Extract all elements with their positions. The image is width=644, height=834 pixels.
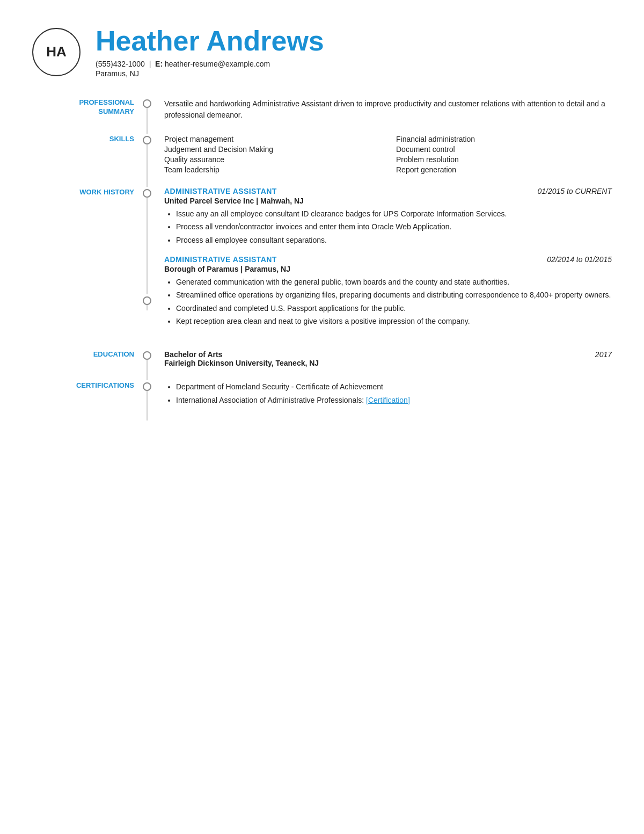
job-2-company: Borough of Paramus | Paramus, NJ — [164, 265, 612, 273]
skills-grid: Project management Financial administrat… — [164, 135, 612, 174]
email-address: heather-resume@example.com — [165, 60, 270, 68]
skill-3: Quality assurance — [164, 155, 380, 164]
education-section: EDUCATION Bachelor of Arts 2017 Fairleig… — [32, 349, 612, 380]
cert-2: International Association of Administrat… — [176, 395, 612, 405]
cert-content: Department of Homeland Security - Certif… — [160, 380, 612, 420]
skill-6: Document control — [396, 145, 612, 154]
candidate-name: Heather Andrews — [96, 26, 324, 56]
job-2-bullet-2: Streamlined office operations by organiz… — [176, 289, 612, 300]
job-2-bullets: Generated communication with the general… — [164, 277, 612, 327]
wh-dot-1 — [143, 189, 151, 198]
edu-label: EDUCATION — [32, 350, 134, 359]
summary-label: PROFESSIONALSUMMARY — [32, 98, 134, 117]
job-2-bullet-4: Kept reception area clean and neat to gi… — [176, 316, 612, 327]
job-1-title-row: ADMINISTRATIVE ASSISTANT 01/2015 to CURR… — [164, 187, 612, 195]
job-1-dates: 01/2015 to CURRENT — [537, 187, 612, 195]
edu-dot — [143, 351, 151, 360]
job-1-bullets: Issue any an all employee consultant ID … — [164, 208, 612, 245]
work-history-label-col: WORK HISTORY — [32, 187, 134, 197]
edu-timeline — [134, 349, 160, 380]
location: Paramus, NJ — [96, 69, 324, 78]
summary-content: Versatile and hardworking Administrative… — [160, 97, 612, 134]
job-1-bullet-2: Process all vendor/contractor invoices a… — [176, 221, 612, 232]
job-2-title-row: ADMINISTRATIVE ASSISTANT 02/2014 to 01/2… — [164, 255, 612, 264]
skill-2: Judgement and Decision Making — [164, 145, 380, 154]
wh-line-2 — [147, 305, 148, 310]
job-2-dates: 02/2014 to 01/2015 — [547, 255, 612, 264]
edu-line — [147, 360, 148, 380]
header-info: Heather Andrews (555)432-1000 | E: heath… — [96, 26, 324, 78]
skills-label: SKILLS — [32, 135, 134, 144]
professional-summary-section: PROFESSIONALSUMMARY Versatile and hardwo… — [32, 97, 612, 134]
skill-1: Project management — [164, 135, 380, 143]
job-1-company: United Parcel Service Inc | Mahwah, NJ — [164, 197, 612, 205]
skills-dot — [143, 136, 151, 144]
summary-line — [147, 108, 148, 134]
edu-school: Fairleigh Dickinson University, Teaneck,… — [164, 359, 612, 367]
wh-content: ADMINISTRATIVE ASSISTANT 01/2015 to CURR… — [160, 187, 612, 349]
skill-5: Financial administration — [396, 135, 612, 143]
edu-year: 2017 — [595, 350, 612, 359]
edu-title-row: Bachelor of Arts 2017 — [164, 350, 612, 359]
certifications-section: CERTIFICATIONS Department of Homeland Se… — [32, 380, 612, 420]
cert-label: CERTIFICATIONS — [32, 381, 134, 390]
summary-label-col: PROFESSIONALSUMMARY — [32, 97, 134, 134]
skills-section: SKILLS Project management Financial admi… — [32, 134, 612, 187]
skill-8: Report generation — [396, 165, 612, 174]
job-1-bullet-1: Issue any an all employee consultant ID … — [176, 208, 612, 219]
wh-line-1 — [147, 198, 148, 294]
edu-label-col: EDUCATION — [32, 349, 134, 380]
skills-content: Project management Financial administrat… — [160, 134, 612, 187]
cert-line — [147, 391, 148, 420]
work-history-section: WORK HISTORY ADMINISTRATIVE ASSISTANT 01… — [32, 187, 612, 349]
job-1: ADMINISTRATIVE ASSISTANT 01/2015 to CURR… — [164, 187, 612, 245]
work-history-label: WORK HISTORY — [32, 188, 134, 197]
skill-4: Team leadership — [164, 165, 380, 174]
email-label: E: — [155, 60, 163, 68]
summary-dot — [143, 99, 151, 108]
edu-content: Bachelor of Arts 2017 Fairleigh Dickinso… — [160, 349, 612, 380]
wh-timeline-col — [134, 187, 160, 310]
job-2-bullet-1: Generated communication with the general… — [176, 277, 612, 287]
cert-bullets: Department of Homeland Security - Certif… — [164, 381, 612, 405]
cert-2-link[interactable]: [Certification] — [366, 396, 410, 404]
skills-line — [147, 144, 148, 187]
contact-info: (555)432-1000 | E: heather-resume@exampl… — [96, 60, 324, 68]
job-2: ADMINISTRATIVE ASSISTANT 02/2014 to 01/2… — [164, 255, 612, 327]
summary-timeline — [134, 97, 160, 134]
summary-text: Versatile and hardworking Administrative… — [164, 98, 612, 121]
cert-dot — [143, 382, 151, 391]
cert-label-col: CERTIFICATIONS — [32, 380, 134, 420]
cert-1: Department of Homeland Security - Certif… — [176, 381, 612, 392]
skills-label-col: SKILLS — [32, 134, 134, 187]
cert-timeline — [134, 380, 160, 420]
skills-timeline — [134, 134, 160, 187]
job-1-title: ADMINISTRATIVE ASSISTANT — [164, 187, 277, 195]
job-1-bullet-3: Process all employee consultant separati… — [176, 235, 612, 245]
job-2-title: ADMINISTRATIVE ASSISTANT — [164, 255, 277, 264]
skill-7: Problem resolution — [396, 155, 612, 164]
resume-body: PROFESSIONALSUMMARY Versatile and hardwo… — [32, 97, 612, 420]
edu-degree: Bachelor of Arts — [164, 350, 222, 359]
wh-dot-2 — [143, 296, 151, 305]
avatar: HA — [32, 28, 80, 76]
job-2-bullet-3: Coordinated and completed U.S. Passport … — [176, 303, 612, 314]
resume-header: HA Heather Andrews (555)432-1000 | E: he… — [32, 26, 612, 78]
phone-number: (555)432-1000 — [96, 60, 145, 68]
